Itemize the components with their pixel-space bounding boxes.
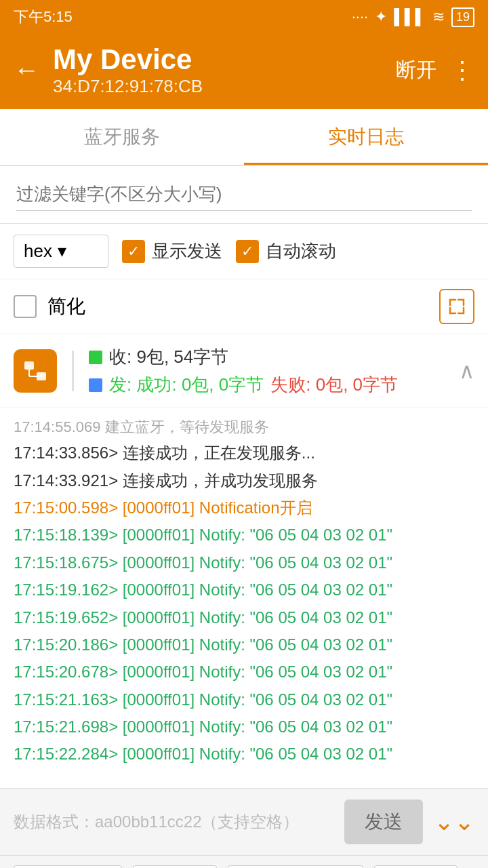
log-entry: 17:15:21.163> [0000ff01] Notify: "06 05 … — [14, 687, 474, 713]
tab-bar: 蓝牙服务 实时日志 — [0, 109, 488, 166]
bluetooth-icon: ✦ — [375, 8, 387, 26]
expand-button[interactable] — [439, 289, 474, 324]
device-address: 34:D7:12:91:78:CB — [53, 76, 203, 97]
disconnect-button[interactable]: 断开 — [396, 56, 436, 84]
status-icons: ···· ✦ ▌▌▌ ≋ 19 — [352, 7, 474, 27]
log-entry: 17:15:20.678> [0000ff01] Notify: "06 05 … — [14, 659, 474, 685]
format-select[interactable]: hex ▾ — [14, 235, 108, 268]
log-entry: 17:15:22.284> [0000ff01] Notify: "06 05 … — [14, 741, 474, 767]
send-dot — [89, 378, 102, 392]
bottom-format-select[interactable]: hex ▾ — [14, 865, 122, 868]
auto-scroll-checkbox[interactable]: ✓ — [236, 240, 259, 263]
default-button[interactable]: Default — [133, 865, 217, 868]
device-name: My Device — [53, 43, 203, 76]
log-entry: 17:15:18.675> [0000ff01] Notify: "06 05 … — [14, 550, 474, 576]
log-entry: 17:15:19.162> [0000ff01] Notify: "06 05 … — [14, 577, 474, 603]
send-stats: 发: 成功: 0包, 0字节 失败: 0包, 0字节 — [89, 373, 448, 397]
chevron-down-icon: ▾ — [58, 241, 66, 262]
expand-send-icon[interactable]: ⌄⌄ — [434, 808, 474, 836]
simplify-left: 简化 — [14, 294, 85, 319]
header-title-block: My Device 34:D7:12:91:78:CB — [53, 43, 203, 97]
more-menu-button[interactable]: ⋮ — [450, 56, 474, 85]
bottom-controls: hex ▾ Default No Response Signed — [0, 855, 488, 868]
recv-stats: 收: 9包, 54字节 — [89, 345, 448, 369]
send-button[interactable]: 发送 — [344, 800, 423, 844]
auto-scroll-checkbox-label[interactable]: ✓ 自动滚动 — [236, 239, 336, 263]
log-entry: 17:15:20.186> [0000ff01] Notify: "06 05 … — [14, 632, 474, 658]
status-time: 下午5:15 — [14, 7, 73, 27]
log-entry-truncated: 17:14:55.069 建立蓝牙，等待发现服务 — [14, 415, 474, 439]
send-hint: 数据格式：aa00bb11cc22（支持空格） — [14, 811, 333, 833]
header-right: 断开 ⋮ — [396, 56, 474, 85]
show-send-checkbox[interactable]: ✓ — [122, 240, 145, 263]
stats-text: 收: 9包, 54字节 发: 成功: 0包, 0字节 失败: 0包, 0字节 — [89, 345, 448, 397]
signal-icon: ···· — [352, 8, 368, 26]
status-bar: 下午5:15 ···· ✦ ▌▌▌ ≋ 19 — [0, 0, 488, 34]
stats-section: 收: 9包, 54字节 发: 成功: 0包, 0字节 失败: 0包, 0字节 ∧ — [0, 334, 488, 408]
stats-icon — [14, 349, 57, 393]
wifi-icon: ≋ — [432, 8, 445, 26]
show-send-checkbox-label[interactable]: ✓ 显示发送 — [122, 239, 222, 263]
stats-divider — [72, 351, 74, 391]
no-response-button[interactable]: No Response — [228, 865, 363, 868]
simplify-row: 简化 — [0, 279, 488, 334]
header-left: ← My Device 34:D7:12:91:78:CB — [14, 43, 203, 97]
filter-input[interactable] — [16, 178, 472, 211]
filter-area — [0, 166, 488, 224]
log-entry: 17:14:33.856> 连接成功，正在发现服务... — [14, 440, 474, 466]
battery-icon: 19 — [451, 7, 474, 27]
controls-row: hex ▾ ✓ 显示发送 ✓ 自动滚动 — [0, 224, 488, 279]
simplify-checkbox[interactable] — [14, 295, 37, 318]
back-button[interactable]: ← — [14, 56, 39, 85]
svg-rect-0 — [24, 361, 34, 370]
recv-dot — [89, 351, 102, 364]
log-entry: 17:15:00.598> [0000ff01] Notification开启 — [14, 495, 474, 521]
cellular-icon: ▌▌▌ — [394, 8, 426, 26]
simplify-label: 简化 — [47, 294, 85, 319]
log-entry: 17:15:19.652> [0000ff01] Notify: "06 05 … — [14, 605, 474, 631]
tab-bluetooth[interactable]: 蓝牙服务 — [0, 109, 244, 165]
log-entry: 17:14:33.921> 连接成功，并成功发现服务 — [14, 468, 474, 494]
log-entry: 17:15:18.139> [0000ff01] Notify: "06 05 … — [14, 522, 474, 548]
send-area: 数据格式：aa00bb11cc22（支持空格） 发送 ⌄⌄ — [0, 788, 488, 855]
signed-button[interactable]: Signed — [374, 865, 458, 868]
header: ← My Device 34:D7:12:91:78:CB 断开 ⋮ — [0, 34, 488, 109]
collapse-button[interactable]: ∧ — [459, 358, 474, 384]
tab-realtime[interactable]: 实时日志 — [244, 109, 488, 165]
log-area: 17:14:55.069 建立蓝牙，等待发现服务 17:14:33.856> 连… — [0, 408, 488, 788]
log-entry: 17:15:21.698> [0000ff01] Notify: "06 05 … — [14, 714, 474, 740]
